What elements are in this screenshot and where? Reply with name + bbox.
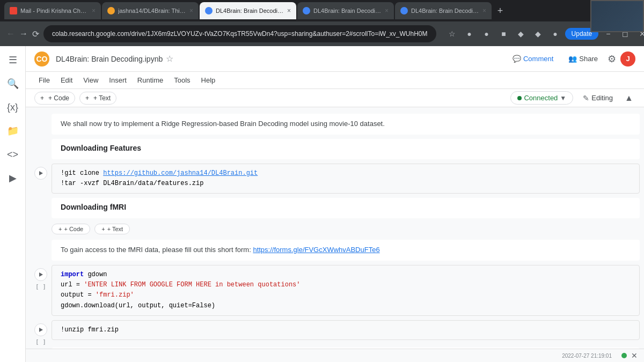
fmri-code-cell[interactable]: import gdown url = 'ENTER LINK FROM GOOG… <box>52 265 640 316</box>
tab-colab1[interactable]: DL4Brain: Brain Decoding... × <box>200 2 296 19</box>
bottom-bar: ✕ <box>26 349 644 362</box>
notebook-container: CO DL4Brain: Brain Decoding.ipynb ☆ 💬 Co… <box>26 46 644 362</box>
menu-help[interactable]: Help <box>197 74 220 86</box>
unzip-code-content: !unzip fmri.zip <box>52 321 639 339</box>
copy-cell-icon[interactable]: ◻ <box>601 165 612 177</box>
intro-text-cell[interactable]: We shall now try to implement a Ridge Re… <box>52 114 640 135</box>
avatar[interactable]: J <box>620 51 635 67</box>
edit-cell-icon[interactable]: ✎ <box>613 165 625 177</box>
sidebar-variables-icon[interactable]: {x} <box>3 98 23 117</box>
run-button-2[interactable] <box>34 268 47 281</box>
extensions-icon[interactable]: ◆ <box>531 26 546 41</box>
share-label: Share <box>579 55 598 63</box>
insert-code-button[interactable]: + + Code <box>52 224 90 234</box>
browser-ext3[interactable]: ■ <box>496 26 511 41</box>
intro-cell-container: We shall now try to implement a Ridge Re… <box>26 112 644 137</box>
intro-text: We shall now try to implement a Ridge Re… <box>61 119 631 130</box>
insert-bar-container: + + Code + + Text <box>26 220 644 238</box>
comment-button[interactable]: 💬 Comment <box>507 53 559 65</box>
plus-text-icon: + <box>85 94 89 102</box>
unzip-line: !unzip fmri.zip <box>61 325 631 335</box>
sidebar-files-icon[interactable]: 📁 <box>3 121 23 141</box>
move-up-icon[interactable]: ▲ <box>562 165 574 177</box>
git-clone-code-cell[interactable]: !git clone https://github.com/jashna14/D… <box>52 164 640 194</box>
browser-ext1[interactable]: ● <box>462 26 477 41</box>
collapse-button[interactable]: ▲ <box>623 92 635 105</box>
link-cell-icon[interactable]: 🔗 <box>588 165 599 177</box>
menu-insert[interactable]: Insert <box>105 74 131 86</box>
tab-github[interactable]: jashna14/DL4Brain: This is... × <box>102 2 199 19</box>
comment-label: Comment <box>523 55 553 63</box>
menu-view[interactable]: View <box>79 74 103 86</box>
tab-github-label: jashna14/DL4Brain: This is... <box>118 8 186 14</box>
fmri-code-content: import gdown url = 'ENTER LINK FROM GOOG… <box>52 265 639 315</box>
tab-colab3-close[interactable]: × <box>482 7 486 14</box>
sidebar-terminal-icon[interactable]: ▶ <box>3 168 23 188</box>
star-icon[interactable]: ☆ <box>166 54 173 64</box>
status-badge[interactable]: Connected ▼ <box>510 91 573 105</box>
share-button[interactable]: 👥 Share <box>563 53 603 65</box>
insert-code-icon: + <box>58 226 62 232</box>
sidebar-menu-icon[interactable]: ☰ <box>3 50 23 70</box>
settings-icon[interactable]: ⚙ <box>608 53 616 65</box>
connected-label: Connected <box>524 94 558 102</box>
insert-text-button[interactable]: + + Text <box>94 224 130 234</box>
back-button[interactable]: ← <box>6 26 15 41</box>
sidebar-code-icon[interactable]: <> <box>3 145 23 164</box>
add-code-button[interactable]: + + Code <box>34 92 75 105</box>
new-tab-button[interactable]: + <box>493 3 508 18</box>
downloading-fmri-cell[interactable]: Downloading fMRI <box>52 198 640 218</box>
tab-gmail-close[interactable]: × <box>92 7 96 14</box>
menu-tools[interactable]: Tools <box>170 74 194 86</box>
github-url[interactable]: https://github.com/jashna14/DL4Brain.git <box>103 169 258 177</box>
menu-file[interactable]: File <box>34 74 54 86</box>
fmri-code-container: [ ] import gdown url = 'ENTER LINK FROM … <box>26 263 644 318</box>
svg-marker-0 <box>39 171 43 175</box>
close-notification-icon[interactable]: ✕ <box>631 351 638 360</box>
reload-button[interactable]: ⟳ <box>32 26 39 41</box>
tab-colab2[interactable]: DL4Brain: Brain Decoding... × <box>297 2 394 19</box>
unzip-container: [ ] !unzip fmri.zip <box>26 318 644 346</box>
tab-colab3[interactable]: DL4Brain: Brain Decoding... × <box>395 2 492 19</box>
address-bar: ← → ⟳ colab.research.google.com/drive/1J… <box>0 21 644 46</box>
profile-icon[interactable]: ● <box>548 26 563 41</box>
colab-logo: CO <box>34 51 49 67</box>
timestamp: 2022-07-27 21:19:01 <box>562 353 612 359</box>
fmri-form-link[interactable]: https://forms.gle/FVGcXWwhvABDuFTe6 <box>253 246 379 254</box>
run-button-3[interactable] <box>34 323 47 336</box>
gmail-favicon <box>10 7 17 14</box>
fmri-line-2: url = 'ENTER LINK FROM GOOGLE FORM HERE … <box>61 280 631 290</box>
notebook-body: We shall now try to implement a Ridge Re… <box>26 107 644 349</box>
menu-edit[interactable]: Edit <box>56 74 77 86</box>
add-code-label: + Code <box>48 94 69 102</box>
cell-counter-3: [ ] <box>35 338 46 345</box>
git-clone-gutter <box>30 162 52 182</box>
notification-dot <box>621 353 627 358</box>
unzip-gutter: [ ] <box>30 319 52 345</box>
sidebar-search-icon[interactable]: 🔍 <box>3 74 23 93</box>
add-text-button[interactable]: + + Text <box>79 92 116 105</box>
browser-ext4[interactable]: ◆ <box>514 26 529 41</box>
menu-runtime[interactable]: Runtime <box>133 74 167 86</box>
fmri-text-cell[interactable]: To gain access to the fMRI data, please … <box>52 240 640 261</box>
tab-colab2-close[interactable]: × <box>385 7 389 14</box>
tab-colab1-close[interactable]: × <box>287 7 291 14</box>
fmri-text: To gain access to the fMRI data, please … <box>61 245 631 256</box>
address-input[interactable]: colab.research.google.com/drive/1JX6m9zL… <box>43 25 436 42</box>
tab-gmail[interactable]: Mail - Pindi Krishna Chand... × <box>4 2 101 19</box>
fmri-text-gutter <box>30 239 52 243</box>
bookmark-icon[interactable]: ☆ <box>445 26 460 41</box>
downloading-fmri-container: Downloading fMRI <box>26 196 644 220</box>
tab-github-close[interactable]: × <box>189 7 193 14</box>
menu-bar: File Edit View Insert Runtime Tools Help <box>26 72 644 89</box>
address-text: colab.research.google.com/drive/1JX6m9zL… <box>52 25 428 42</box>
fmri-line-4: gdown.download(url, output, quiet=False) <box>61 301 631 311</box>
run-button-1[interactable] <box>34 167 47 180</box>
unzip-code-cell[interactable]: !unzip fmri.zip <box>52 320 640 340</box>
more-options-icon[interactable]: … <box>626 165 638 177</box>
browser-ext2[interactable]: ● <box>479 26 494 41</box>
downloading-features-cell[interactable]: Downloading Features <box>52 139 640 159</box>
forward-button[interactable]: → <box>19 26 28 41</box>
editing-badge[interactable]: ✎ Editing <box>577 92 618 105</box>
move-down-icon[interactable]: ▼ <box>575 165 587 177</box>
